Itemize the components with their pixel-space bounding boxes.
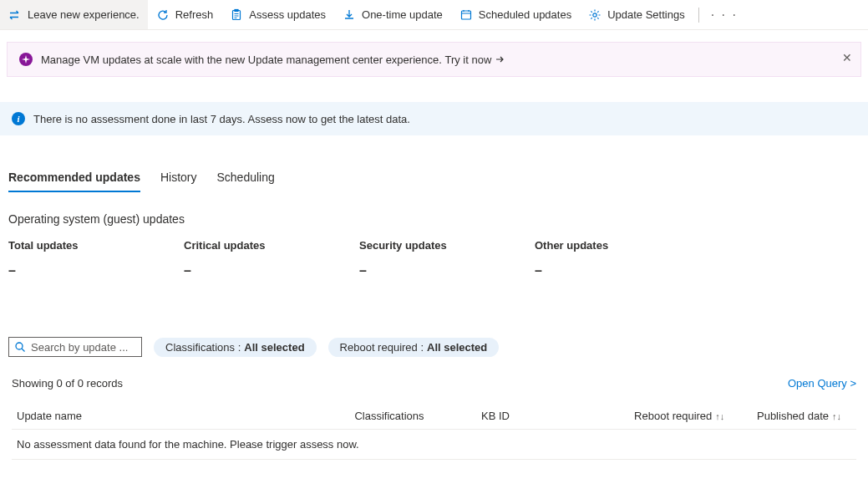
leave-label: Leave new experience. [28,8,140,21]
assess-label: Assess updates [249,8,326,21]
tab-recommended[interactable]: Recommended updates [8,171,140,192]
update-settings-button[interactable]: Update Settings [580,0,693,29]
col-reboot[interactable]: Reboot required↑↓ [586,403,729,430]
col-kbid[interactable]: KB ID [476,403,586,430]
open-query-link[interactable]: Open Query > [788,377,856,390]
records-showing: Showing 0 of 0 records [12,377,123,390]
stats-row: Total updates – Critical updates – Secur… [8,239,860,278]
stat-other-label: Other updates [535,239,710,252]
stat-total-label: Total updates [8,239,184,252]
records-row: Showing 0 of 0 records Open Query > [12,377,856,390]
tab-history[interactable]: History [160,171,197,192]
svg-point-3 [593,13,596,16]
table-empty-message: No assessment data found for the machine… [12,430,856,460]
col-update-name[interactable]: Update name [12,403,349,430]
swap-icon [8,8,22,22]
settings-label: Update Settings [607,8,685,21]
calendar-icon [459,8,473,22]
scheduled-label: Scheduled updates [479,8,571,21]
stat-security-label: Security updates [359,239,535,252]
stat-critical-label: Critical updates [184,239,359,252]
promo-text: Manage VM updates at scale with the new … [41,53,442,66]
tab-scheduling[interactable]: Scheduling [217,171,275,192]
scheduled-updates-button[interactable]: Scheduled updates [451,0,580,29]
updates-table: Update name Classifications KB ID Reboot… [12,403,856,460]
svg-point-4 [16,343,23,349]
stat-other: Other updates – [535,239,710,278]
gear-icon [588,8,602,22]
col-classifications[interactable]: Classifications [349,403,476,430]
search-box[interactable] [8,337,142,357]
arrow-right-icon [495,54,505,64]
try-it-now-link[interactable]: Try it now [444,53,505,66]
try-it-now-label: Try it now [444,53,491,66]
close-banner-button[interactable]: ✕ [842,51,852,64]
reboot-filter-label: Reboot required : [340,341,424,354]
info-text: There is no assessment done in last 7 da… [33,113,410,125]
assess-updates-button[interactable]: Assess updates [221,0,334,29]
stat-critical-value: – [184,263,359,278]
stat-security-value: – [359,263,535,278]
classifications-filter-label: Classifications : [165,341,241,354]
promo-banner: Manage VM updates at scale with the new … [7,42,861,77]
svg-rect-2 [461,11,470,19]
stat-critical: Critical updates – [184,239,359,278]
stat-security: Security updates – [359,239,535,278]
filter-row: Classifications : All selected Reboot re… [8,337,860,357]
refresh-button[interactable]: Refresh [148,0,222,29]
tabs: Recommended updates History Scheduling [8,171,860,192]
refresh-icon [156,8,170,22]
onetime-update-button[interactable]: One-time update [334,0,451,29]
section-title: Operating system (guest) updates [8,212,860,226]
download-icon [343,8,356,22]
classifications-filter[interactable]: Classifications : All selected [154,338,317,357]
leave-experience-button[interactable]: Leave new experience. [0,0,148,29]
refresh-label: Refresh [175,8,214,21]
stat-other-value: – [535,263,710,278]
reboot-filter-value: All selected [427,341,487,354]
onetime-label: One-time update [362,8,443,21]
toolbar: Leave new experience. Refresh Assess upd… [0,0,868,30]
info-icon: i [12,112,25,125]
search-icon [14,341,26,353]
reboot-filter[interactable]: Reboot required : All selected [328,338,500,357]
info-bar: i There is no assessment done in last 7 … [0,102,868,135]
stat-total: Total updates – [8,239,184,278]
more-button[interactable]: · · · [704,8,744,23]
classifications-filter-value: All selected [244,341,304,354]
table-empty-row: No assessment data found for the machine… [12,430,856,460]
sort-icon: ↑↓ [715,411,724,421]
toolbar-separator [698,8,699,23]
search-input[interactable] [31,341,136,354]
sort-icon: ↑↓ [832,411,841,421]
clipboard-icon [230,8,243,22]
sparkle-icon [19,53,33,66]
col-published[interactable]: Published date↑↓ [729,403,856,430]
stat-total-value: – [8,263,184,278]
